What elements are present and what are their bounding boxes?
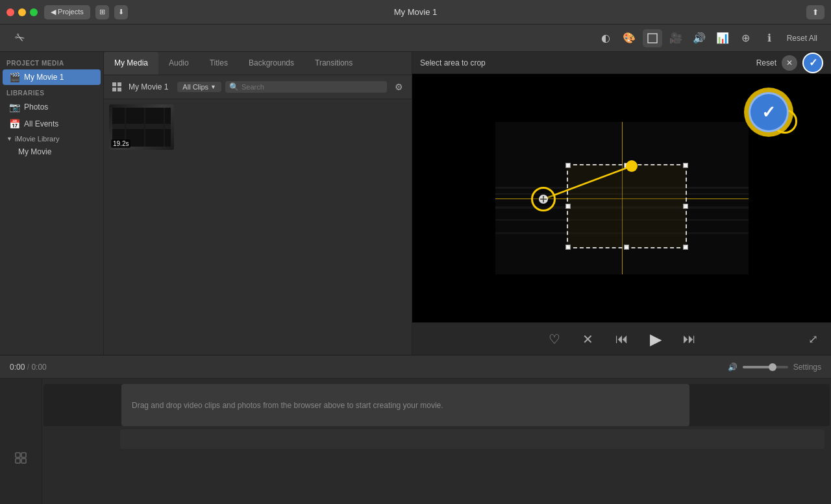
svg-rect-4 xyxy=(118,88,121,91)
overlay-icon[interactable]: ⊕ xyxy=(736,29,756,47)
total-time: 0:00 xyxy=(31,363,46,372)
fullscreen-button[interactable]: ⤢ xyxy=(808,332,818,346)
crop-move-handle-left[interactable] xyxy=(531,187,556,211)
crop-handle-top-left[interactable] xyxy=(565,163,571,168)
volume-knob xyxy=(769,363,776,371)
grid-toggle-button[interactable] xyxy=(109,79,125,95)
timeline-left-gutter xyxy=(0,379,42,504)
volume-slider[interactable] xyxy=(743,366,788,368)
share-button[interactable]: ⬆ xyxy=(806,5,825,19)
media-thumb-item[interactable]: 19.2s xyxy=(109,104,174,150)
crop-handle-middle-left[interactable] xyxy=(565,204,571,209)
sidebar-item-photos[interactable]: 📷 Photos xyxy=(3,99,101,115)
track-clip-drop-zone[interactable]: Drag and drop video clips and photos fro… xyxy=(121,384,689,426)
svg-rect-3 xyxy=(112,88,116,91)
reset-crop-button[interactable]: Reset xyxy=(756,58,776,67)
download-button[interactable]: ⬇ xyxy=(114,5,128,19)
timeline-bar: 0:00 / 0:00 🔊 Settings xyxy=(0,355,831,379)
move-handle-inner xyxy=(539,195,548,204)
toolbar: ✂ ◐ 🎨 🎥 🔊 📊 ⊕ ℹ Reset All xyxy=(0,25,831,52)
svg-rect-1 xyxy=(112,82,116,86)
sidebar-item-my-movie[interactable]: My Movie xyxy=(3,145,101,159)
photos-icon: 📷 xyxy=(9,102,20,112)
timeline-tracks: Drag and drop video clips and photos fro… xyxy=(42,379,831,504)
timeline-canvas: Drag and drop video clips and photos fro… xyxy=(0,379,831,504)
window-title: My Movie 1 xyxy=(394,7,437,17)
cancel-crop-button[interactable]: ✕ xyxy=(782,55,797,71)
tab-titles[interactable]: Titles xyxy=(199,52,238,75)
skip-forward-button[interactable]: ⏭ xyxy=(679,329,700,350)
close-button[interactable] xyxy=(6,8,14,16)
clips-filter-selector[interactable]: All Clips ▼ xyxy=(177,82,221,92)
crop-handle-bottom-left[interactable] xyxy=(565,245,571,250)
sidebar-item-all-events[interactable]: 📅 All Events xyxy=(3,116,101,132)
preview-top-bar-right: Reset ✕ ✓ xyxy=(756,53,823,73)
reject-button[interactable]: ✕ xyxy=(578,329,599,350)
tab-backgrounds[interactable]: Backgrounds xyxy=(238,52,304,75)
camera-icon[interactable]: 🎥 xyxy=(666,29,686,47)
title-bar-left: ◀ Projects ⊞ ⬇ xyxy=(44,5,128,19)
grid-gutter-icon xyxy=(14,451,27,464)
title-bar-right: ⬆ xyxy=(806,5,825,19)
photos-label: Photos xyxy=(24,102,48,112)
crop-handle-top-middle[interactable] xyxy=(624,163,629,168)
tab-transitions[interactable]: Transitions xyxy=(304,52,363,75)
favorite-button[interactable]: ♡ xyxy=(544,329,565,350)
apply-crop-button[interactable]: ✓ xyxy=(802,53,823,73)
svg-rect-21 xyxy=(21,453,26,457)
stats-icon[interactable]: 📊 xyxy=(713,29,732,47)
svg-rect-6 xyxy=(112,124,171,129)
info-icon[interactable]: ℹ xyxy=(760,29,779,47)
movie-icon: 🎬 xyxy=(9,72,20,82)
volume-icon: 🔊 xyxy=(728,363,738,372)
crop-selection-box[interactable] xyxy=(567,164,687,248)
apply-overlay-button[interactable]: ✓ xyxy=(749,92,789,132)
audio-icon[interactable]: 🔊 xyxy=(689,29,709,47)
sidebar-my-movie-1-label: My Movie 1 xyxy=(24,73,64,82)
color-balance-icon[interactable]: ◐ xyxy=(596,29,615,47)
projects-button[interactable]: ◀ Projects xyxy=(44,5,90,19)
trim-tool-icon[interactable]: ✂ xyxy=(6,25,32,51)
chevron-down-icon: ▼ xyxy=(6,136,12,142)
play-button[interactable]: ▶ xyxy=(645,329,666,350)
search-box: 🔍 xyxy=(225,81,387,93)
browser-settings-icon[interactable]: ⚙ xyxy=(391,79,406,95)
tab-my-media[interactable]: My Media xyxy=(104,52,158,75)
dropdown-arrow-icon: ▼ xyxy=(210,84,216,90)
imovie-library-item[interactable]: ▼ iMovie Library xyxy=(0,132,103,144)
grid-layout-button[interactable]: ⊞ xyxy=(95,5,109,19)
svg-rect-22 xyxy=(16,459,20,463)
timeline-section: 0:00 / 0:00 🔊 Settings xyxy=(0,355,831,504)
video-preview: ✓ xyxy=(412,74,831,322)
minimize-button[interactable] xyxy=(18,8,26,16)
select-area-label: Select area to crop xyxy=(420,58,486,67)
browser-header: My Movie 1 All Clips ▼ 🔍 ⚙ xyxy=(104,75,412,99)
search-input[interactable] xyxy=(242,83,383,91)
time-display: 0:00 / 0:00 xyxy=(10,363,47,372)
drag-drop-message: Drag and drop video clips and photos fro… xyxy=(132,401,443,410)
sidebar-item-my-movie-1[interactable]: 🎬 My Movie 1 xyxy=(3,69,101,85)
media-grid: 19.2s xyxy=(104,99,412,355)
video-background: ✓ xyxy=(412,74,831,322)
svg-rect-0 xyxy=(648,34,657,43)
skip-back-button[interactable]: ⏮ xyxy=(612,329,632,350)
browser-tabs: My Media Audio Titles Backgrounds Transi… xyxy=(104,52,412,75)
timeline-controls-right: 🔊 Settings xyxy=(728,363,821,372)
sidebar: PROJECT MEDIA 🎬 My Movie 1 LIBRARIES 📷 P… xyxy=(0,52,104,355)
maximize-button[interactable] xyxy=(30,8,38,16)
timeline-settings-button[interactable]: Settings xyxy=(793,363,821,372)
crop-handle-middle-right[interactable] xyxy=(683,204,688,209)
crop-handle-top-right[interactable] xyxy=(683,163,688,168)
cancel-icon: ✕ xyxy=(786,58,793,67)
reset-all-button[interactable]: Reset All xyxy=(783,32,821,45)
crop-handle-bottom-right[interactable] xyxy=(683,245,688,250)
crop-icon[interactable] xyxy=(643,29,662,47)
color-correction-icon[interactable]: 🎨 xyxy=(619,29,639,47)
player-controls: ♡ ✕ ⏮ ▶ ⏭ ⤢ xyxy=(412,322,831,355)
svg-rect-2 xyxy=(118,82,121,86)
title-bar: ◀ Projects ⊞ ⬇ My Movie 1 ⬆ xyxy=(0,0,831,25)
preview-panel: Select area to crop Reset ✕ ✓ xyxy=(412,52,831,355)
crop-handle-bottom-middle[interactable] xyxy=(624,245,629,250)
tab-audio[interactable]: Audio xyxy=(158,52,199,75)
all-events-label: All Events xyxy=(24,119,58,128)
